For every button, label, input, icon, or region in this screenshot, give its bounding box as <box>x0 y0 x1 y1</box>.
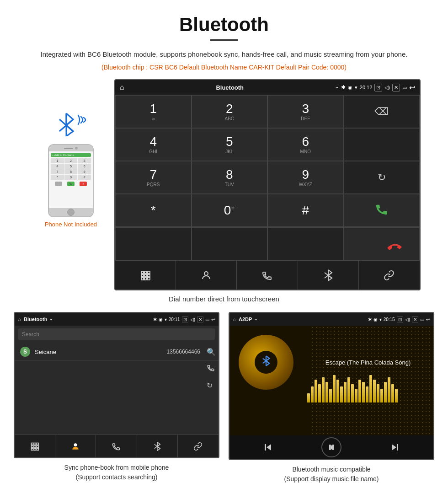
close-app-icon[interactable]: ✕ <box>392 84 400 91</box>
music-album-inner <box>255 351 277 374</box>
svg-rect-6 <box>141 274 144 277</box>
pb-sig-icon: ▾ <box>165 317 167 322</box>
music-time: 20:15 <box>384 317 395 322</box>
pb-call-side-icon[interactable] <box>207 364 216 374</box>
phone-call-button: 📞 <box>67 182 75 186</box>
pb-close-icon[interactable]: ✕ <box>197 317 203 322</box>
pb-nav-phone[interactable] <box>96 435 137 457</box>
pb-nav-contacts[interactable] <box>55 435 96 457</box>
music-title: A2DP <box>239 317 252 322</box>
dial-key-0[interactable]: 0+ <box>192 194 268 227</box>
dial-key-4[interactable]: 4 GHI <box>115 128 192 161</box>
dial-key-1[interactable]: 1 ∞ <box>115 95 192 128</box>
phone-screen: + Add to Contacts 123 456 789 *0# 📞 ✕ <box>49 151 93 208</box>
camera-icon[interactable]: ⊡ <box>374 84 382 91</box>
sb-label: Bluetooth <box>216 84 244 91</box>
dial-empty-row2 <box>344 128 420 161</box>
dial-bottom-nav <box>115 260 420 290</box>
dial-key-8[interactable]: 8 TUV <box>192 161 268 194</box>
title-underline <box>210 39 238 41</box>
phone-illustration: + Add to Contacts 123 456 789 *0# 📞 ✕ Ph… <box>27 79 114 228</box>
pb-home-icon[interactable]: ⌂ <box>18 317 21 322</box>
music-bt-symbol <box>261 355 271 370</box>
home-icon[interactable]: ⌂ <box>120 83 124 91</box>
phone-bottom-bar <box>49 208 93 216</box>
pb-contact-avatar: S <box>20 347 30 357</box>
music-home-icon[interactable]: ⌂ <box>233 317 236 322</box>
dial-nav-bluetooth[interactable] <box>298 261 359 290</box>
dial-nav-link[interactable] <box>359 261 420 290</box>
dial-key-5[interactable]: 5 JKL <box>192 128 268 161</box>
dial-key-hash[interactable]: # <box>267 194 344 227</box>
dial-key-2[interactable]: 2 ABC <box>192 95 268 128</box>
music-next-button[interactable] <box>389 442 400 453</box>
pb-spacer <box>15 398 219 435</box>
pb-search-placeholder: Search <box>22 331 39 338</box>
svg-rect-33 <box>265 444 266 451</box>
pb-win-icon[interactable]: ▭ <box>205 317 209 322</box>
dial-nav-grid[interactable] <box>115 261 176 290</box>
phonebook-section: ⌂ Bluetooth ⌁ ✱ ◉ ▾ 20:11 ⊡ ◁) ✕ ▭ ↩ <box>14 312 219 484</box>
phone-keypad: 123 456 789 *0# <box>51 158 91 180</box>
dial-key-3[interactable]: 3 DEF <box>267 95 344 128</box>
dial-nav-phone[interactable] <box>237 261 298 290</box>
svg-rect-11 <box>148 278 150 280</box>
svg-rect-24 <box>37 448 38 450</box>
pb-contact-row[interactable]: S Seicane 13566664466 <box>15 343 219 361</box>
pb-search-bar[interactable]: Search <box>18 328 215 340</box>
music-back-icon[interactable]: ↩ <box>426 317 430 322</box>
svg-rect-23 <box>34 448 36 450</box>
pb-nav-bluetooth[interactable] <box>137 435 178 457</box>
svg-marker-37 <box>392 444 396 451</box>
music-statusbar: ⌂ A2DP ⌁ ✱ ◉ ▾ 20:15 ⊡ ◁) ✕ ▭ ↩ <box>229 313 433 326</box>
svg-rect-10 <box>144 278 147 280</box>
svg-rect-16 <box>32 443 33 445</box>
dial-key-backspace[interactable]: ⌫ <box>344 95 420 128</box>
dial-key-star[interactable]: * <box>115 194 192 227</box>
phone-mockup: + Add to Contacts 123 456 789 *0# 📞 ✕ <box>48 144 94 217</box>
volume-icon[interactable]: ◁) <box>384 85 390 91</box>
pb-bottom-nav <box>15 435 219 457</box>
back-icon[interactable]: ↩ <box>409 83 415 92</box>
dial-key-6[interactable]: 6 MNO <box>267 128 344 161</box>
music-sig-icon: ▾ <box>379 317 382 322</box>
phone-top-bar <box>49 145 93 151</box>
subtitle: Integrated with BC6 Bluetooth module, su… <box>0 49 448 60</box>
music-cam-icon[interactable]: ⊡ <box>397 317 403 322</box>
signal-icon: ▾ <box>355 85 357 91</box>
pb-sync-icon[interactable]: ↻ <box>207 381 216 390</box>
dial-key-call-green[interactable] <box>344 194 420 227</box>
music-album-art <box>239 335 293 390</box>
svg-point-12 <box>204 272 208 275</box>
pb-bt-icon: ✱ <box>153 317 157 322</box>
svg-rect-3 <box>141 271 144 274</box>
pb-cam-icon[interactable]: ⊡ <box>182 317 188 322</box>
svg-rect-9 <box>141 278 144 280</box>
dial-screen: ⌂ Bluetooth ⌁ ✱ ◉ ▾ 20:12 ⊡ ◁) ✕ ▭ ↩ 1 ∞ <box>114 79 421 290</box>
music-section: ⌂ A2DP ⌁ ✱ ◉ ▾ 20:15 ⊡ ◁) ✕ ▭ ↩ <box>229 312 434 484</box>
window-icon[interactable]: ▭ <box>402 85 407 91</box>
pb-back-icon[interactable]: ↩ <box>211 317 215 322</box>
music-bg-dots <box>311 326 433 435</box>
phonebook-screen: ⌂ Bluetooth ⌁ ✱ ◉ ▾ 20:11 ⊡ ◁) ✕ ▭ ↩ <box>14 312 219 458</box>
dial-key-reload[interactable]: ↻ <box>344 161 420 194</box>
dial-key-endcall[interactable] <box>344 227 420 260</box>
music-vol-icon[interactable]: ◁) <box>405 317 410 322</box>
dial-key-7[interactable]: 7 PQRS <box>115 161 192 194</box>
phone-bottom-buttons: 📞 ✕ <box>51 182 91 186</box>
pb-nav-link[interactable] <box>178 435 219 457</box>
music-prev-button[interactable] <box>262 442 273 453</box>
pb-search-side-icon[interactable]: 🔍 <box>207 348 216 356</box>
pb-vol-icon[interactable]: ◁) <box>190 317 195 322</box>
dial-key-9[interactable]: 9 WXYZ <box>267 161 344 194</box>
music-win-icon[interactable]: ▭ <box>420 317 424 322</box>
svg-rect-18 <box>37 443 38 445</box>
pb-side-icons: 🔍 ↻ <box>207 348 216 390</box>
music-close-icon[interactable]: ✕ <box>412 317 418 322</box>
main-section: + Add to Contacts 123 456 789 *0# 📞 ✕ Ph… <box>0 79 448 290</box>
dial-empty-last1 <box>115 227 192 260</box>
pb-nav-grid[interactable] <box>15 435 55 457</box>
dialpad-last-row <box>115 227 420 260</box>
dial-nav-contacts[interactable] <box>176 261 237 290</box>
music-playpause-button[interactable] <box>321 437 341 457</box>
